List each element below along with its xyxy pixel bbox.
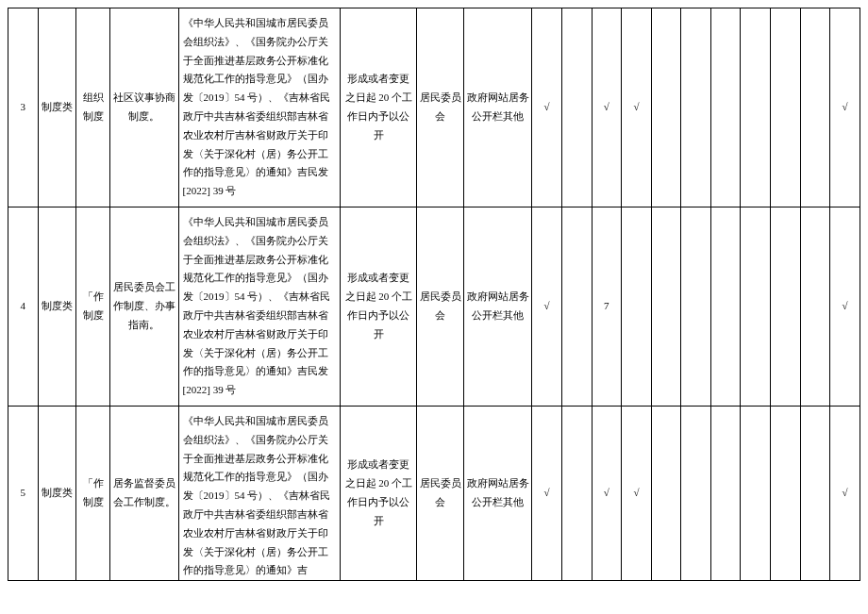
table-row: 5 制度类 「作制度 居务监督委员会工作制度。 《中华人民共和国城市居民委员会组… — [8, 406, 860, 580]
cell-mark — [710, 406, 741, 580]
cell-mark — [681, 8, 711, 207]
cell-category1: 制度类 — [38, 406, 76, 580]
cell-category2: 「作制度 — [76, 207, 110, 406]
cell-channel: 政府网站居务公开栏其他 — [464, 8, 532, 207]
cell-mark — [561, 207, 592, 406]
cell-mark: 7 — [592, 207, 622, 406]
cell-mark — [800, 8, 830, 207]
cell-basis: 《中华人民共和国城市居民委员会组织法》、《国务院办公厅关于全面推进基层政务公开标… — [178, 207, 341, 406]
cell-mark: √ — [830, 406, 860, 580]
disclosure-table: 3 制度类 组织制度 社区议事协商制度。 《中华人民共和国城市居民委员会组织法》… — [8, 8, 860, 581]
cell-category2: 组织制度 — [76, 8, 110, 207]
cell-mark — [561, 406, 592, 580]
cell-mark: √ — [592, 8, 622, 207]
cell-time: 形成或者变更之日起 20 个工作日内予以公开 — [341, 207, 417, 406]
cell-mark — [741, 207, 771, 406]
cell-mark — [800, 207, 830, 406]
cell-content: 居民委员会工作制度、办事指南。 — [110, 207, 178, 406]
cell-mark — [651, 8, 681, 207]
cell-mark: √ — [622, 8, 652, 207]
cell-index: 3 — [8, 8, 39, 207]
cell-category1: 制度类 — [38, 8, 76, 207]
cell-mark — [741, 8, 771, 207]
cell-mark — [561, 8, 592, 207]
cell-mark — [622, 207, 652, 406]
cell-mark — [771, 207, 801, 406]
cell-mark — [771, 406, 801, 580]
cell-mark: √ — [532, 406, 562, 580]
cell-basis: 《中华人民共和国城市居民委员会组织法》、《国务院办公厅关于全面推进基层政务公开标… — [178, 8, 341, 207]
cell-content: 居务监督委员会工作制度。 — [110, 406, 178, 580]
cell-subject: 居民委员会 — [417, 207, 464, 406]
cell-mark — [681, 406, 711, 580]
cell-mark — [710, 8, 741, 207]
cell-category2: 「作制度 — [76, 406, 110, 580]
cell-category1: 制度类 — [38, 207, 76, 406]
cell-subject: 居民委员会 — [417, 8, 464, 207]
cell-mark: √ — [592, 406, 622, 580]
cell-mark: √ — [830, 8, 860, 207]
cell-mark — [681, 207, 711, 406]
table-row: 3 制度类 组织制度 社区议事协商制度。 《中华人民共和国城市居民委员会组织法》… — [8, 8, 860, 207]
cell-subject: 居民委员会 — [417, 406, 464, 580]
cell-channel: 政府网站居务公开栏其他 — [464, 406, 532, 580]
cell-mark: √ — [830, 207, 860, 406]
cell-basis: 《中华人民共和国城市居民委员会组织法》、《国务院办公厅关于全面推进基层政务公开标… — [178, 406, 341, 580]
cell-mark — [710, 207, 741, 406]
cell-mark — [800, 406, 830, 580]
cell-mark — [771, 8, 801, 207]
table-row: 4 制度类 「作制度 居民委员会工作制度、办事指南。 《中华人民共和国城市居民委… — [8, 207, 860, 406]
cell-mark: √ — [532, 8, 562, 207]
cell-mark: √ — [532, 207, 562, 406]
cell-mark — [651, 207, 681, 406]
cell-time: 形成或者变更之日起 20 个工作日内予以公开 — [341, 406, 417, 580]
cell-channel: 政府网站居务公开栏其他 — [464, 207, 532, 406]
cell-mark — [741, 406, 771, 580]
cell-time: 形成或者变更之日起 20 个工作日内予以公开 — [341, 8, 417, 207]
cell-mark — [651, 406, 681, 580]
cell-mark: √ — [622, 406, 652, 580]
cell-content: 社区议事协商制度。 — [110, 8, 178, 207]
cell-index: 4 — [8, 207, 39, 406]
cell-index: 5 — [8, 406, 39, 580]
